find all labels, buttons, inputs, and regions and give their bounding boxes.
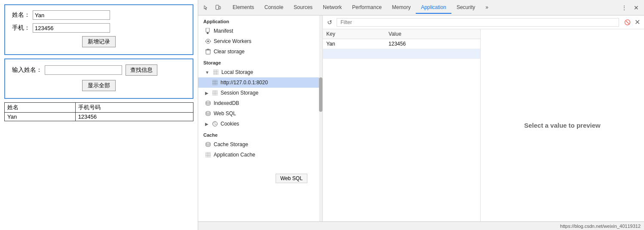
show-all-row: 显示全部 bbox=[12, 80, 186, 91]
session-storage-icon bbox=[212, 90, 218, 96]
search-row: 输入姓名： 查找信息 bbox=[12, 64, 186, 76]
svg-rect-1 bbox=[219, 6, 221, 9]
sidebar-item-manifest[interactable]: Manifest bbox=[198, 26, 322, 36]
manifest-icon bbox=[205, 28, 211, 34]
status-url: https://blog.csdn.net/weixin_40119312 bbox=[560, 224, 641, 229]
svg-point-28 bbox=[213, 122, 218, 126]
sidebar-item-cache-storage[interactable]: Cache Storage bbox=[198, 139, 322, 150]
clear-storage-icon bbox=[205, 49, 211, 55]
cursor-icon-btn[interactable] bbox=[200, 2, 212, 14]
service-workers-icon bbox=[205, 38, 211, 44]
sidebar-item-localhost[interactable]: http://127.0.0.1:8020 bbox=[198, 77, 322, 88]
application-section-header: Application bbox=[198, 15, 322, 26]
tab-application[interactable]: Application bbox=[416, 2, 451, 14]
cache-storage-label: Cache Storage bbox=[214, 141, 248, 147]
cache-storage-icon bbox=[205, 141, 211, 147]
svg-point-30 bbox=[215, 122, 215, 123]
left-panel: 姓名： 手机： 新增记录 输入姓名： 查找信息 显示全部 姓名 手机号码 bbox=[0, 0, 198, 230]
web-sql-label: Web SQL bbox=[214, 110, 236, 117]
tab-elements[interactable]: Elements bbox=[227, 2, 259, 14]
web-sql-tooltip[interactable]: Web SQL bbox=[276, 174, 307, 183]
svg-rect-10 bbox=[207, 49, 209, 50]
add-record-button[interactable]: 新增记录 bbox=[82, 36, 116, 47]
tab-security[interactable]: Security bbox=[451, 2, 480, 14]
manifest-label: Manifest bbox=[214, 28, 233, 34]
service-workers-label: Service Workers bbox=[214, 38, 251, 44]
localhost-icon bbox=[212, 80, 218, 86]
sidebar-item-cookies[interactable]: ▶ Cookies bbox=[198, 119, 322, 129]
device-icon-btn[interactable] bbox=[212, 2, 224, 14]
filter-bar bbox=[337, 18, 619, 27]
svg-rect-8 bbox=[206, 50, 210, 54]
cell-phone: 123456 bbox=[75, 113, 193, 121]
storage-table: Key Value Yan 123456 bbox=[323, 29, 480, 59]
storage-preview-panel: Select a value to preview bbox=[481, 29, 644, 221]
sidebar-item-application-cache[interactable]: Application Cache bbox=[198, 150, 322, 160]
storage-row-empty-selected[interactable] bbox=[323, 49, 480, 59]
tab-performance[interactable]: Performance bbox=[347, 2, 387, 14]
svg-rect-21 bbox=[212, 90, 218, 95]
delete-entry-button[interactable]: ✕ bbox=[633, 18, 641, 27]
close-devtools-icon[interactable]: ✕ bbox=[630, 2, 642, 14]
tab-sources[interactable]: Sources bbox=[288, 2, 318, 14]
sidebar-item-session-storage[interactable]: ▶ Session Storage bbox=[198, 88, 322, 98]
storage-table-container: Key Value Yan 123456 bbox=[323, 29, 644, 221]
col-name-header: 姓名 bbox=[5, 103, 76, 113]
session-storage-arrow: ▶ bbox=[205, 91, 209, 95]
scroll-thumb[interactable] bbox=[319, 77, 322, 112]
tab-more[interactable]: » bbox=[480, 2, 494, 14]
storage-section-header: Storage bbox=[198, 57, 322, 67]
storage-toolbar: ↺ 🚫 ✕ bbox=[323, 15, 644, 29]
data-table: 姓名 手机号码 Yan 123456 bbox=[4, 102, 193, 121]
svg-point-31 bbox=[215, 124, 216, 125]
preview-text: Select a value to preview bbox=[524, 122, 601, 129]
storage-table-header-row: Key Value bbox=[323, 29, 480, 39]
devtools-statusbar: https://blog.csdn.net/weixin_40119312 bbox=[198, 221, 644, 230]
devtools-body: Application Manifest Service Workers Cle… bbox=[198, 15, 644, 221]
tab-memory[interactable]: Memory bbox=[387, 2, 416, 14]
phone-input[interactable] bbox=[33, 23, 110, 33]
indexeddb-icon bbox=[205, 100, 211, 106]
storage-table-area: Key Value Yan 123456 bbox=[323, 29, 481, 221]
devtools-sidebar: Application Manifest Service Workers Cle… bbox=[198, 15, 323, 221]
refresh-button[interactable]: ↺ bbox=[325, 18, 334, 27]
svg-point-29 bbox=[214, 123, 215, 123]
devtools-icons-left bbox=[200, 2, 224, 14]
indexeddb-label: IndexedDB bbox=[214, 100, 239, 106]
svg-rect-3 bbox=[207, 32, 209, 34]
devtools-panel: Elements Console Sources Network Perform… bbox=[198, 0, 644, 230]
sidebar-item-clear-storage[interactable]: Clear storage bbox=[198, 46, 322, 57]
sidebar-item-local-storage[interactable]: ▼ Local Storage bbox=[198, 67, 322, 77]
search-label: 输入姓名： bbox=[12, 66, 42, 74]
clear-storage-label: Clear storage bbox=[214, 49, 245, 55]
application-cache-label: Application Cache bbox=[214, 152, 255, 158]
phone-row: 手机： bbox=[12, 23, 186, 33]
phone-label: 手机： bbox=[12, 24, 30, 32]
svg-rect-11 bbox=[213, 70, 218, 75]
svg-point-26 bbox=[206, 101, 210, 103]
devtools-tab-bar: Elements Console Sources Network Perform… bbox=[198, 0, 644, 15]
tab-network[interactable]: Network bbox=[318, 2, 347, 14]
filter-delete-icon[interactable]: 🚫 bbox=[623, 18, 631, 26]
name-input[interactable] bbox=[33, 10, 110, 20]
search-button[interactable]: 查找信息 bbox=[126, 64, 157, 76]
tab-console[interactable]: Console bbox=[259, 2, 288, 14]
show-all-button[interactable]: 显示全部 bbox=[82, 80, 116, 91]
svg-rect-16 bbox=[212, 80, 218, 85]
sidebar-item-indexeddb[interactable]: IndexedDB bbox=[198, 98, 322, 108]
sidebar-item-service-workers[interactable]: Service Workers bbox=[198, 36, 322, 46]
table-header-row: 姓名 手机号码 bbox=[5, 103, 193, 113]
svg-point-33 bbox=[206, 142, 210, 144]
cookies-arrow: ▶ bbox=[205, 122, 209, 126]
filter-input[interactable] bbox=[339, 18, 468, 26]
more-options-icon[interactable]: ⋮ bbox=[618, 2, 630, 14]
devtools-main: ↺ 🚫 ✕ Key Value bbox=[323, 15, 644, 221]
storage-row-yan[interactable]: Yan 123456 bbox=[323, 39, 480, 49]
svg-point-32 bbox=[214, 124, 214, 125]
storage-key-cell: Yan bbox=[323, 39, 385, 49]
sidebar-item-web-sql[interactable]: Web SQL bbox=[198, 108, 322, 119]
svg-rect-34 bbox=[205, 152, 211, 157]
svg-rect-2 bbox=[206, 28, 209, 32]
scroll-indicator[interactable] bbox=[319, 15, 322, 221]
search-name-input[interactable] bbox=[45, 65, 122, 75]
